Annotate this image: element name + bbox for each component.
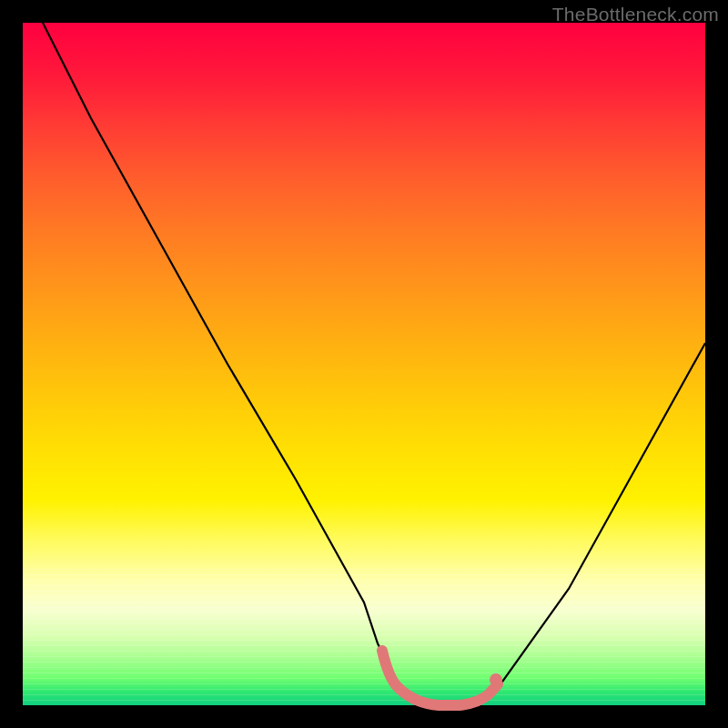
plot-area [23, 23, 705, 705]
bottleneck-curve-line [43, 23, 705, 705]
chart-svg [23, 23, 705, 705]
chart-frame: TheBottleneck.com [0, 0, 728, 728]
trough-dot-icon [490, 673, 502, 686]
trough-highlight [382, 651, 498, 705]
attribution-text: TheBottleneck.com [552, 4, 719, 25]
